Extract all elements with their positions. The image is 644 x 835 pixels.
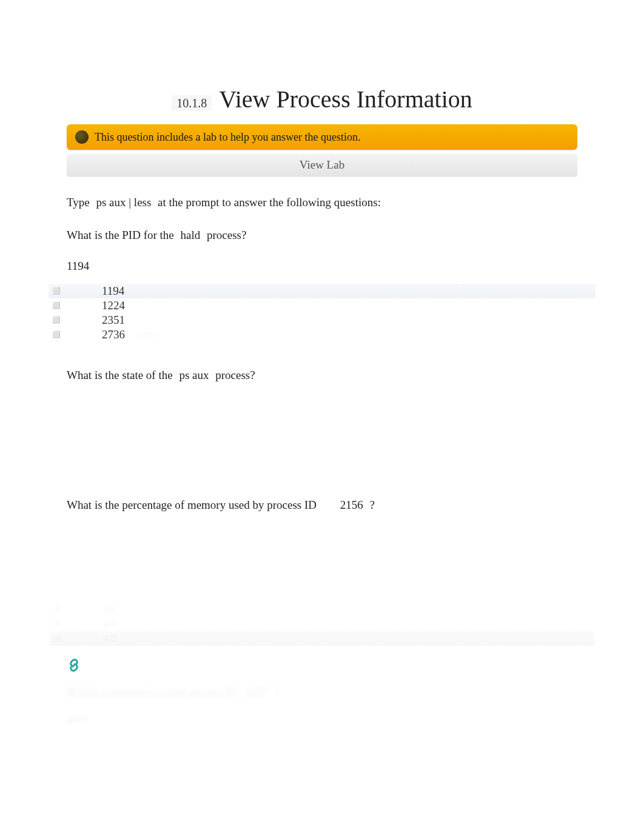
option-label: 1194	[102, 284, 124, 298]
alert-text: This question includes a lab to help you…	[95, 131, 360, 144]
option-row[interactable]: ⬜ 1194	[49, 284, 595, 298]
question-3: What is the percentage of memory used by…	[67, 496, 577, 514]
page-title: View Process Information	[219, 86, 472, 113]
faded-option-row: ⬜ 4.0	[50, 631, 594, 646]
lab-alert: This question includes a lab to help you…	[67, 124, 577, 150]
answer-1: 1194	[67, 260, 577, 273]
view-lab-label: View Lab	[300, 158, 344, 171]
view-lab-button[interactable]: View Lab	[67, 153, 577, 176]
radio-icon: ⬜	[52, 330, 59, 338]
question-1: What is the PID for the hald process?	[67, 226, 577, 244]
radio-icon: ⬜	[52, 301, 59, 309]
radio-icon: ⬜	[53, 606, 61, 612]
option-label: 2736	[102, 328, 125, 341]
radio-icon: ⬜	[52, 287, 59, 295]
option-row[interactable]: ⬜ 2351	[49, 313, 595, 327]
code-hald: hald	[177, 229, 204, 241]
faded-option-row: ⬜ 4.0	[50, 602, 594, 617]
option-label: 2351	[102, 314, 125, 327]
question-4-blurred: Which command invoked process ID 1857 ?	[67, 686, 577, 699]
code-command: ps aux | less	[92, 196, 155, 209]
section-number: 10.1.8	[172, 95, 212, 111]
radio-icon: ⬜	[53, 620, 61, 627]
radio-icon: ⬜	[52, 316, 59, 324]
question-2: What is the state of the ps aux process?	[67, 366, 577, 384]
title-row: 10.1.8 View Process Information	[49, 85, 595, 113]
option-row[interactable]: ⬜ 2736 correct	[49, 327, 595, 342]
radio-icon: ⬜	[53, 635, 61, 642]
instruction-text: Type ps aux | less at the prompt to answ…	[67, 193, 577, 212]
answer-4-blurred: gdm	[67, 711, 577, 725]
code-pid: 2156	[337, 498, 367, 511]
faded-option-row: ⬜ 4.0	[50, 617, 594, 631]
option-row[interactable]: ⬜ 1224	[49, 298, 595, 313]
code-psaux: ps aux	[175, 369, 212, 381]
faded-options: ⬜ 4.0 ⬜ 4.0 ⬜ 4.0	[50, 602, 594, 646]
info-icon	[75, 130, 89, 144]
options-list-1: ⬜ 1194 ⬜ 1224 ⬜ 2351 ⬜ 2736 correct	[49, 284, 595, 342]
option-label: 1224	[102, 299, 125, 312]
option-hint: correct	[136, 330, 159, 340]
link-icon[interactable]	[67, 658, 577, 675]
